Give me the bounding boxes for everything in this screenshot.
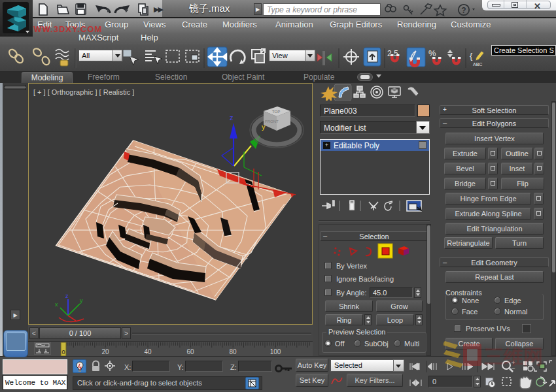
svg-text:z: z	[230, 114, 234, 122]
svg-text:40: 40	[144, 348, 152, 355]
svg-text:100: 100	[270, 348, 281, 355]
svg-text:%: %	[428, 48, 436, 58]
svg-text:0: 0	[61, 349, 65, 355]
svg-text:TOP: TOP	[272, 110, 280, 114]
svg-text:80: 80	[229, 348, 237, 355]
svg-text:ABC: ABC	[473, 62, 482, 67]
svg-text:x: x	[55, 301, 58, 308]
svg-text:60: 60	[186, 348, 194, 355]
svg-text:[ + ] [ Orthographic ] [ Reali: [ + ] [ Orthographic ] [ Realistic ]	[33, 88, 134, 96]
svg-text:?: ?	[461, 6, 466, 15]
svg-text:z: z	[65, 293, 69, 299]
svg-text:FRONT: FRONT	[265, 120, 279, 123]
svg-text:{: {	[470, 51, 473, 61]
svg-text:三维网: 三维网	[484, 346, 543, 367]
svg-text:20: 20	[101, 348, 109, 355]
svg-text:y: y	[80, 297, 83, 304]
